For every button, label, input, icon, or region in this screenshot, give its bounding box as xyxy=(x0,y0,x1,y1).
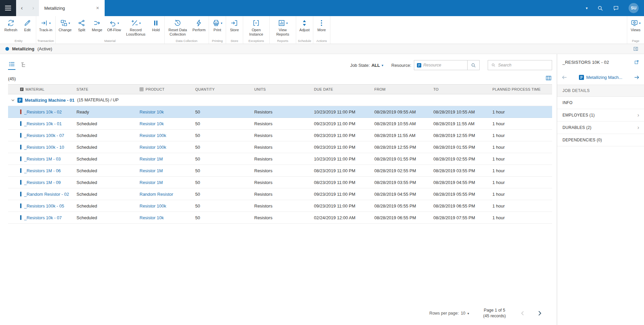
product-link[interactable]: Resistor 100k xyxy=(140,145,166,150)
chat-icon[interactable] xyxy=(613,5,619,11)
ribbon-button-open-instance[interactable]: Open Instance xyxy=(244,16,269,37)
previous-page-button[interactable] xyxy=(520,311,525,316)
search-icon[interactable] xyxy=(597,5,603,11)
product-link[interactable]: Resistor 10k xyxy=(140,109,164,114)
product-link[interactable]: Resistor 100k xyxy=(140,133,166,138)
back-button[interactable]: ‹ xyxy=(16,0,28,16)
chevron-down-icon[interactable]: ▾ xyxy=(586,6,588,10)
ribbon-button-more[interactable]: More xyxy=(314,16,329,32)
open-detail-icon[interactable] xyxy=(634,59,639,65)
table-row[interactable]: _Resistors 10k - 02ReadyResistor 10k50Re… xyxy=(8,106,552,118)
ribbon-group-printing: ▾PrintPrinting xyxy=(209,16,226,44)
side-panel-item-employees-1[interactable]: EMPLOYEES (1)› xyxy=(557,109,644,122)
column-header-planned-process-time[interactable]: PLANNED PROCESS TIME xyxy=(490,87,552,91)
ribbon-button-refresh[interactable]: Refresh xyxy=(2,16,20,32)
table-row[interactable]: _Resistors 1M - 03ScheduledResistor 1M50… xyxy=(8,153,552,165)
column-header-quantity[interactable]: QUANTITY xyxy=(193,87,252,91)
rows-per-page-control[interactable]: Rows per page: 10 ▾ xyxy=(429,311,469,316)
material-link[interactable]: _Random Resistor - 02 xyxy=(24,192,69,197)
resource-input[interactable] xyxy=(423,63,465,67)
side-panel-item-info[interactable]: INFO xyxy=(557,97,644,109)
quantity-cell: 50 xyxy=(193,121,252,126)
column-header-due-date[interactable]: DUE DATE xyxy=(311,87,372,91)
column-header-product[interactable]: PRODUCT xyxy=(137,87,193,91)
column-header-units[interactable]: UNITS xyxy=(252,87,311,91)
ribbon-group-actions: MoreActions xyxy=(313,16,330,44)
column-picker-icon[interactable] xyxy=(545,75,552,83)
side-panel-item-dependencies-0[interactable]: DEPENDENCIES (0) xyxy=(557,134,644,146)
resource-group-row[interactable]: Metallizing Machine - 01 (15 MATERIALS) … xyxy=(8,94,552,106)
column-header-from[interactable]: FROM xyxy=(372,87,431,91)
side-panel-nav-label[interactable]: Metallizing Mach... xyxy=(586,75,623,80)
job-state-filter[interactable]: Job State: ALL ▾ xyxy=(350,63,383,68)
tab-metallizing[interactable]: Metallizing ✕ xyxy=(39,0,105,16)
dropdown-caret-icon: ▾ xyxy=(221,21,222,25)
product-link[interactable]: Resistor 100k xyxy=(140,203,166,208)
product-link[interactable]: Resistor 10k xyxy=(140,215,164,220)
material-link[interactable]: _Resistors 1M - 06 xyxy=(24,168,61,173)
layout-panel-icon[interactable] xyxy=(633,46,639,52)
chevron-right-icon: › xyxy=(637,112,639,118)
material-link[interactable]: _Resistors 100k - 07 xyxy=(24,133,64,138)
table-row[interactable]: _Resistors 10k - 07ScheduledResistor 10k… xyxy=(8,212,552,224)
ribbon-button-change[interactable]: ▾Change xyxy=(56,16,74,32)
table-row[interactable]: _Resistors 1M - 09ScheduledResistor 1M50… xyxy=(8,177,552,188)
ribbon-button-store[interactable]: Store xyxy=(227,16,242,32)
product-link[interactable]: Resistor 1M xyxy=(140,180,163,185)
close-icon[interactable]: ✕ xyxy=(95,5,101,11)
material-link[interactable]: _Resistors 1M - 09 xyxy=(24,180,61,185)
material-link[interactable]: _Resistors 1M - 03 xyxy=(24,156,61,161)
table-row[interactable]: _Resistors 100k - 07ScheduledResistor 10… xyxy=(8,130,552,141)
ribbon-button-hold[interactable]: Hold xyxy=(148,16,164,32)
table-row[interactable]: _Random Resistor - 02ScheduledRandom Res… xyxy=(8,188,552,200)
ribbon-group-page: ▾ViewsPage xyxy=(627,16,644,44)
table-row[interactable]: _Resistors 100k - 10ScheduledResistor 10… xyxy=(8,141,552,153)
ribbon-button-track-in[interactable]: ▾Track-in xyxy=(37,16,55,32)
list-view-toggle[interactable] xyxy=(8,60,15,70)
tree-view-toggle[interactable] xyxy=(20,61,28,70)
side-panel-item-durables-2[interactable]: DURABLES (2)› xyxy=(557,122,644,134)
product-link[interactable]: Resistor 1M xyxy=(140,156,163,161)
collapse-chevron-icon[interactable] xyxy=(8,98,17,102)
page-status: (Active) xyxy=(37,46,52,51)
search-input[interactable] xyxy=(498,63,549,67)
table-row[interactable]: _Resistors 1M - 06ScheduledResistor 1M50… xyxy=(8,165,552,177)
material-link[interactable]: _Resistors 100k - 05 xyxy=(24,203,64,208)
product-link[interactable]: Resistor 10k xyxy=(140,121,164,126)
ribbon-button-view-reports[interactable]: ▾View Reports xyxy=(270,16,295,37)
product-link[interactable]: Random Resistor xyxy=(140,192,173,197)
table-row[interactable]: _Resistors 10k - 01ScheduledResistor 10k… xyxy=(8,118,552,130)
ribbon-button-merge[interactable]: Merge xyxy=(89,16,105,32)
ribbon-button-adjust[interactable]: Adjust xyxy=(297,16,312,32)
material-state-indicator xyxy=(20,168,21,173)
table-row[interactable]: _Resistors 100k - 05ScheduledResistor 10… xyxy=(8,200,552,212)
to-cell: 08/28/2019 06:55 PM xyxy=(431,203,490,208)
nav-left-arrow[interactable] xyxy=(561,74,568,81)
user-avatar[interactable]: SU xyxy=(629,3,639,13)
column-header-material[interactable]: MATERIAL xyxy=(17,87,74,91)
forward-button[interactable]: › xyxy=(28,0,39,16)
resource-search-button[interactable] xyxy=(467,60,479,70)
print-icon xyxy=(212,19,220,27)
material-link[interactable]: _Resistors 10k - 02 xyxy=(24,109,62,114)
ribbon-button-off-flow[interactable]: ▾Off-Flow xyxy=(105,16,123,32)
ribbon-button-reset-data-collection[interactable]: Reset Data Collection xyxy=(165,16,190,37)
column-header-to[interactable]: TO xyxy=(431,87,490,91)
material-link[interactable]: _Resistors 10k - 07 xyxy=(24,215,62,220)
material-link[interactable]: _Resistors 10k - 01 xyxy=(24,121,62,126)
units-cell: Resistors xyxy=(252,109,311,114)
nav-right-arrow[interactable] xyxy=(634,74,640,81)
material-link[interactable]: _Resistors 100k - 10 xyxy=(24,145,64,150)
ribbon-button-edit[interactable]: Edit xyxy=(20,16,35,32)
next-page-button[interactable] xyxy=(537,310,543,316)
column-header-state[interactable]: STATE xyxy=(74,87,137,91)
ribbon-button-views[interactable]: ▾Views xyxy=(628,16,643,32)
ribbon-button-split[interactable]: Split xyxy=(74,16,89,32)
resource-group-name[interactable]: Metallizing Machine - 01 xyxy=(25,98,74,103)
dropdown-caret-icon: ▾ xyxy=(286,21,288,25)
product-link[interactable]: Resistor 1M xyxy=(140,168,163,173)
ribbon-button-perform[interactable]: Perform xyxy=(190,16,208,32)
hamburger-menu-button[interactable] xyxy=(0,0,16,16)
ribbon-button-record-loss-bonus[interactable]: ▾Record Loss/Bonus xyxy=(123,16,148,37)
ribbon-button-print[interactable]: ▾Print xyxy=(210,16,225,32)
